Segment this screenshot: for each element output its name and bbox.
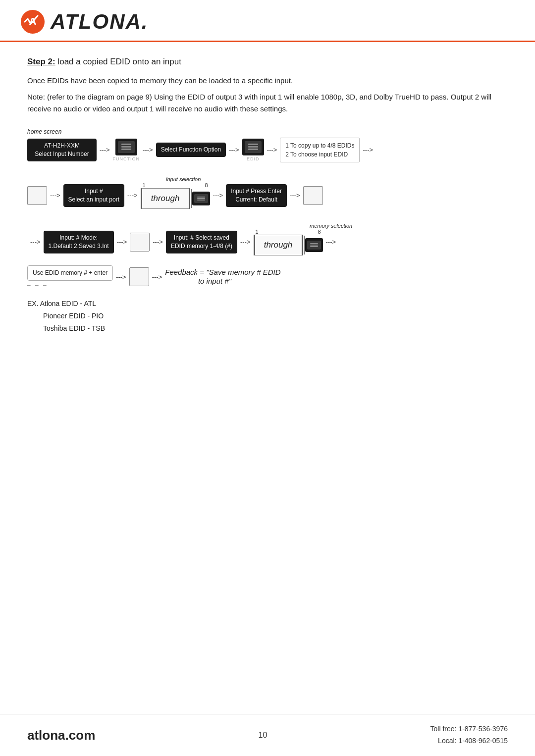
arrow-4: ---> — [264, 146, 280, 153]
arrow-r2-4: ---> — [287, 192, 303, 199]
device-box-select-saved: Input: # Select savedEDID memory 1-4/8 (… — [166, 231, 237, 253]
device-box-use-edid: Use EDID memory # + enter — [27, 265, 113, 281]
header: A ATLONA. — [0, 0, 535, 42]
device-box-input-mode: Input: # Mode:1.Default 2.Saved 3.Int — [44, 231, 114, 253]
atlona-logo-icon: A — [20, 9, 46, 35]
diagram-row-1: AT-H2H-XXMSelect Input Number ---> FUNCT… — [27, 138, 508, 162]
arrow-r3-end: ---> — [323, 238, 339, 246]
footer-page-number: 10 — [259, 731, 268, 740]
blank-box-r4 — [129, 267, 149, 286]
mem-num-8: 8 — [318, 229, 321, 235]
through-box-r2: through — [141, 188, 190, 209]
arrow-r2-2: ---> — [124, 192, 141, 199]
arrow-r3-2: ---> — [150, 238, 166, 246]
arrow-r2-1: ---> — [47, 192, 63, 199]
blank-box-end-r2 — [303, 186, 323, 205]
footer-website: atlona.com — [27, 728, 95, 743]
footer-contact: Toll free: 1-877-536-3976 Local: 1-408-9… — [430, 723, 508, 747]
arrow-r3-3: ---> — [237, 238, 254, 246]
body-paragraph2: Note: (refer to the diagram on page 9) U… — [27, 91, 508, 114]
logo: A ATLONA. — [20, 9, 149, 35]
blank-box-start-r2 — [27, 186, 47, 205]
footer-local: Local: 1-408-962-0515 — [430, 735, 508, 747]
arrow-r3-1: ---> — [114, 238, 130, 246]
step-label: Step 2: — [27, 57, 55, 66]
edid-label: EDID — [247, 156, 260, 161]
feedback-text: Feedback = "Save memory # EDID to input … — [165, 268, 280, 285]
step-description: load a copied EDID onto an input — [57, 57, 181, 66]
device-box-press-enter: Input # Press EnterCurrent: Default — [226, 184, 287, 207]
blank-box-r3 — [130, 233, 150, 252]
step-heading: Step 2: load a copied EDID onto an input — [27, 57, 508, 67]
small-screen-r3 — [305, 238, 323, 252]
arrow-5: ---> — [360, 146, 376, 153]
edid-screen: EDID — [242, 139, 264, 161]
device-box-at-h2h: AT-H2H-XXMSelect Input Number — [27, 139, 97, 161]
arrow-r4-1: ---> — [113, 273, 129, 281]
arrow-r3-start: ---> — [27, 238, 44, 246]
footer: atlona.com 10 Toll free: 1-877-536-3976 … — [0, 714, 535, 756]
info-box-options: 1 To copy up to 4/8 EDIDs2 To choose inp… — [280, 138, 360, 162]
small-screen-r2 — [192, 192, 210, 205]
footer-toll-free: Toll free: 1-877-536-3976 — [430, 723, 508, 735]
ex-line-toshiba: Toshiba EDID - TSB — [43, 324, 105, 332]
vert-divider-r3 — [304, 236, 305, 254]
function-screen: FUNCTION — [113, 139, 140, 161]
arrow-r4-2: ---> — [149, 273, 165, 281]
arrow-2: ---> — [140, 146, 156, 153]
diagram-row-4: Use EDID memory # + enter – – – ---> ---… — [27, 265, 508, 289]
diagram-area: home screen AT-H2H-XXMSelect Input Numbe… — [27, 128, 508, 335]
through-box-r3: through — [254, 235, 303, 255]
input-num-8: 8 — [205, 182, 208, 188]
logo-text: ATLONA. — [51, 10, 149, 34]
diagram-row-3: ---> Input: # Mode:1.Default 2.Saved 3.I… — [27, 229, 508, 255]
arrow-1: ---> — [97, 146, 113, 153]
device-box-input-num: Input #Select an input port — [63, 184, 124, 207]
memory-selection-label: memory selection — [310, 223, 352, 229]
input-num-1: 1 — [143, 182, 146, 188]
feedback-text-block: Feedback = "Save memory # EDID to input … — [165, 268, 280, 286]
ex-section: EX. Atlona EDID - ATL Pioneer EDID - PIO… — [27, 298, 508, 335]
arrow-3: ---> — [226, 146, 242, 153]
main-content: Step 2: load a copied EDID onto an input… — [0, 42, 535, 354]
dash-line: – – – — [27, 282, 113, 289]
vert-divider-r2 — [191, 189, 192, 208]
ex-line-pioneer: Pioneer EDID - PIO — [43, 312, 104, 320]
device-box-select-function: Select Function Option — [156, 143, 226, 157]
input-selection-label: input selection — [166, 176, 201, 182]
body-paragraph1: Once EDIDs have been copied to memory th… — [27, 75, 508, 86]
diagram-row-2: ---> Input #Select an input port ---> 1 … — [27, 182, 508, 209]
home-screen-label: home screen — [27, 128, 508, 135]
mem-num-1: 1 — [256, 229, 259, 235]
arrow-r2-3: ---> — [210, 192, 226, 199]
function-label: FUNCTION — [113, 156, 140, 161]
ex-line-atlona: EX. Atlona EDID - ATL — [27, 300, 96, 307]
